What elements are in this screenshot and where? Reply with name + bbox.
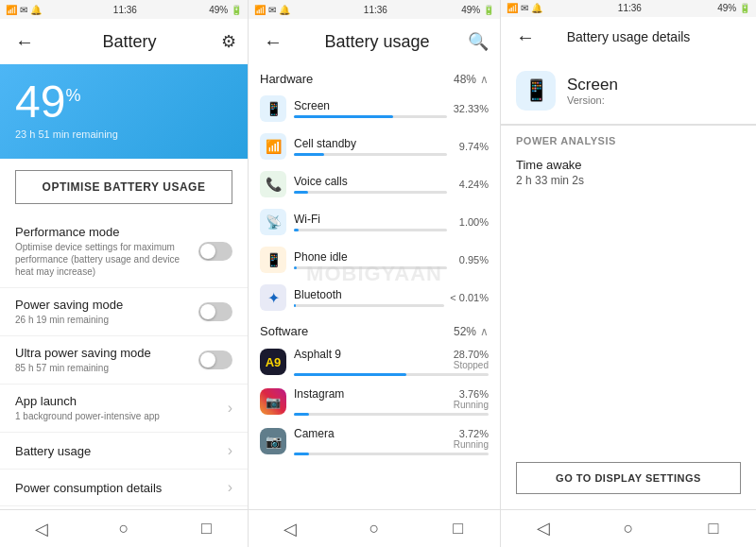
voice-calls-bar xyxy=(294,191,308,194)
battery-gear-btn[interactable]: ⚙ xyxy=(221,31,236,52)
battery-navbar: ◁ ○ □ xyxy=(0,509,248,547)
power-analysis-time-awake: Time awake 2 h 33 min 2s xyxy=(501,152,756,193)
wifi-icon: 📡 xyxy=(260,209,286,235)
power-consumption-title: Power consumption details xyxy=(15,481,228,495)
wifi-percent: 1.00% xyxy=(453,216,489,228)
goto-display-settings-button[interactable]: GO TO DISPLAY SETTINGS xyxy=(516,462,741,494)
back-arrow-icon-2: ← xyxy=(264,31,283,53)
battery-usage-search-btn[interactable]: 🔍 xyxy=(468,31,489,52)
status-bar-2: 📶 ✉ 🔔 11:36 49% 🔋 xyxy=(249,0,500,19)
usage-item-camera[interactable]: 📷 Camera 3.72% Running xyxy=(249,421,500,461)
camera-bar-container xyxy=(294,453,489,455)
bluetooth-name: Bluetooth xyxy=(294,288,444,301)
battery-sup: % xyxy=(65,86,80,105)
usage-item-asphalt9[interactable]: A9 Asphalt 9 28.70% Stopped xyxy=(249,342,500,382)
asphalt9-percent: 28.70% xyxy=(453,349,489,360)
phone-idle-percent: 0.95% xyxy=(453,254,489,265)
status-right-3: 49% 🔋 xyxy=(717,3,750,13)
usage-item-phoneidle[interactable]: 📱 Phone idle 0.95% xyxy=(249,241,500,279)
battery-usage-list: Hardware 48% ∧ 📱 Screen 32.33% 📶 Cell st… xyxy=(249,64,500,509)
settings-item-powerconsumption[interactable]: Power consumption details › xyxy=(0,470,248,506)
software-collapse-icon[interactable]: ∧ xyxy=(480,325,489,338)
bluetooth-percent: < 0.01% xyxy=(450,292,489,303)
wifi-bar-container xyxy=(294,229,447,231)
camera-status: Running xyxy=(454,439,489,450)
battery-hero: 49% 23 h 51 min remaining xyxy=(0,64,248,159)
nav-home-btn-2[interactable]: ○ xyxy=(333,519,416,538)
gear-icon: ⚙ xyxy=(221,32,236,51)
battery-topbar: ← Battery ⚙ xyxy=(0,19,248,64)
nav-back-btn[interactable]: ◁ xyxy=(0,519,81,539)
status-right-2: 49% 🔋 xyxy=(461,5,494,15)
battery-details-panel: 📶 ✉ 🔔 11:36 49% 🔋 ← Battery usage detail… xyxy=(501,0,756,547)
bluetooth-bar-container xyxy=(294,304,444,307)
nav-home-btn-3[interactable]: ○ xyxy=(586,519,670,538)
battery-usage-title: Battery usage xyxy=(324,32,429,52)
battery-title: Battery xyxy=(102,32,156,52)
usage-item-bluetooth[interactable]: ✦ Bluetooth < 0.01% xyxy=(249,279,500,316)
battery-back-btn[interactable]: ← xyxy=(11,28,38,55)
usage-item-wifi[interactable]: 📡 Wi-Fi 1.00% xyxy=(249,203,500,241)
camera-percent: 3.72% xyxy=(453,428,489,439)
screen-percent: 32.33% xyxy=(453,103,489,114)
settings-item-batteryusage[interactable]: Battery usage › xyxy=(0,433,248,470)
nav-back-btn-3[interactable]: ◁ xyxy=(501,518,585,538)
screen-icon: 📱 xyxy=(260,95,286,122)
bluetooth-icon: ✦ xyxy=(260,284,286,311)
power-saving-title: Power saving mode xyxy=(15,298,198,312)
back-arrow-icon: ← xyxy=(15,31,34,53)
battery-details-title: Battery usage details xyxy=(567,29,691,44)
performance-mode-toggle[interactable] xyxy=(198,242,232,261)
ultra-power-toggle[interactable] xyxy=(198,350,232,369)
instagram-icon: 📷 xyxy=(260,388,286,415)
battery-details-back-btn[interactable]: ← xyxy=(512,24,539,50)
screen-name: Screen xyxy=(294,99,447,112)
hardware-collapse-icon[interactable]: ∧ xyxy=(480,73,489,86)
nav-recents-btn[interactable]: □ xyxy=(165,519,247,538)
app-launch-chevron: › xyxy=(228,400,232,417)
battery-details-navbar: ◁ ○ □ xyxy=(501,509,756,547)
instagram-status: Running xyxy=(454,400,489,410)
settings-item-ultrapowersave[interactable]: Ultra power saving mode 85 h 57 min rema… xyxy=(0,336,248,385)
status-left-1: 📶 ✉ 🔔 xyxy=(6,5,42,15)
status-left-2: 📶 ✉ 🔔 xyxy=(254,5,290,15)
power-saving-toggle[interactable] xyxy=(198,302,232,321)
nav-recents-btn-2[interactable]: □ xyxy=(417,519,500,538)
battery-usage-back-btn[interactable]: ← xyxy=(260,28,286,55)
asphalt9-name: Asphalt 9 xyxy=(294,348,341,361)
status-left-3: 📶 ✉ 🔔 xyxy=(507,3,542,13)
usage-item-instagram[interactable]: 📷 Instagram 3.76% Running xyxy=(249,382,500,421)
detail-app-name: Screen xyxy=(567,76,618,94)
nav-home-btn[interactable]: ○ xyxy=(83,519,164,538)
optimise-battery-button[interactable]: OPTIMISE BATTERY USAGE xyxy=(15,170,232,204)
ultra-power-title: Ultra power saving mode xyxy=(15,346,198,360)
screen-bar xyxy=(294,115,393,118)
performance-mode-sub: Optimise device settings for maximum per… xyxy=(15,241,198,278)
hardware-label: Hardware xyxy=(260,72,313,86)
settings-item-powersave[interactable]: Power saving mode 26 h 19 min remaining xyxy=(0,288,248,336)
phone-idle-icon: 📱 xyxy=(260,247,286,273)
hardware-percent: 48% xyxy=(454,73,476,86)
cell-standby-bar-container xyxy=(294,153,447,156)
cell-standby-bar xyxy=(294,153,324,156)
power-analysis-header: POWER ANALYSIS xyxy=(501,126,756,152)
settings-item-applaunch[interactable]: App launch 1 background power-intensive … xyxy=(0,385,248,433)
nav-recents-btn-3[interactable]: □ xyxy=(671,519,755,538)
ultra-power-sub: 85 h 57 min remaining xyxy=(15,362,198,374)
status-time-2: 11:36 xyxy=(364,5,387,15)
screen-bar-container xyxy=(294,115,447,118)
nav-back-btn-2[interactable]: ◁ xyxy=(249,519,332,539)
settings-item-performance[interactable]: Performance mode Optimise device setting… xyxy=(0,215,248,288)
phone-idle-bar xyxy=(294,266,297,269)
status-bar-1: 📶 ✉ 🔔 11:36 49% 🔋 xyxy=(0,0,248,19)
battery-usage-chevron: › xyxy=(228,442,232,459)
camera-name: Camera xyxy=(294,427,335,440)
performance-mode-title: Performance mode xyxy=(15,225,198,239)
usage-item-voicecalls[interactable]: 📞 Voice calls 4.24% xyxy=(249,165,500,203)
battery-settings-list: Performance mode Optimise device setting… xyxy=(0,215,248,509)
usage-item-cellstandby[interactable]: 📶 Cell standby 9.74% xyxy=(249,128,500,165)
power-saving-sub: 26 h 19 min remaining xyxy=(15,314,198,326)
usage-item-screen[interactable]: 📱 Screen 32.33% xyxy=(249,90,500,128)
battery-usage-navbar: ◁ ○ □ xyxy=(249,509,500,547)
asphalt9-bar-container xyxy=(294,373,489,376)
